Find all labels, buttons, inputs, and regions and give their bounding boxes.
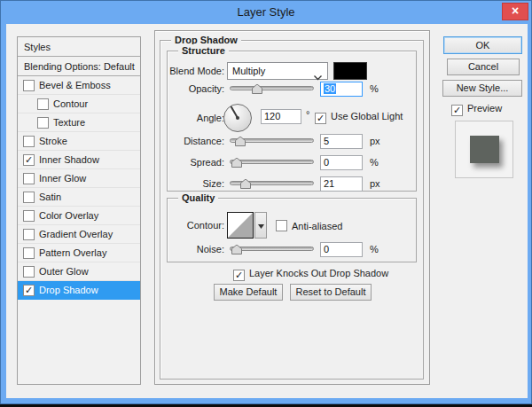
blend-mode-label: Blend Mode: bbox=[130, 66, 224, 76]
opacity-unit: % bbox=[370, 83, 379, 94]
checkbox-icon[interactable] bbox=[23, 80, 35, 91]
shadow-color-swatch[interactable] bbox=[333, 62, 367, 80]
opacity-input[interactable]: 30 bbox=[320, 82, 363, 97]
noise-value: 0 bbox=[324, 244, 329, 254]
spread-input[interactable]: 0 bbox=[320, 155, 363, 170]
sidebar-item-inner-glow[interactable]: Inner Glow bbox=[18, 169, 140, 188]
sidebar-item-label: Color Overlay bbox=[39, 210, 98, 221]
checkbox-icon[interactable] bbox=[23, 192, 35, 203]
noise-unit: % bbox=[370, 244, 379, 254]
styles-header: Styles bbox=[18, 37, 140, 57]
checkbox-icon[interactable] bbox=[23, 210, 35, 222]
preview-checkbox[interactable]: Preview bbox=[451, 103, 502, 114]
sidebar-item-pattern-overlay[interactable]: Pattern Overlay bbox=[18, 244, 140, 262]
title-bar[interactable]: Layer Style × bbox=[1, 1, 531, 24]
distance-slider-thumb bbox=[235, 137, 246, 146]
sidebar-item-label: Texture bbox=[53, 117, 85, 128]
sidebar-item-blending-options[interactable]: Blending Options: Default bbox=[18, 57, 140, 76]
spread-slider[interactable] bbox=[230, 160, 314, 164]
ok-button[interactable]: OK bbox=[443, 36, 522, 54]
angle-dial[interactable] bbox=[223, 103, 253, 133]
style-preview-swatch bbox=[455, 121, 513, 178]
layer-knocks-out-label: Layer Knocks Out Drop Shadow bbox=[249, 268, 388, 278]
dialog-content: Styles Blending Options: Default Bevel &… bbox=[6, 24, 528, 398]
opacity-label: Opacity: bbox=[130, 83, 224, 94]
sidebar-item-drop-shadow[interactable]: Drop Shadow bbox=[18, 281, 140, 300]
close-icon: × bbox=[512, 4, 519, 18]
contour-thumbnail[interactable] bbox=[227, 212, 254, 239]
sidebar-item-texture[interactable]: Texture bbox=[18, 113, 140, 132]
chevron-down-icon bbox=[258, 224, 264, 229]
layer-knocks-out-checkbox[interactable]: Layer Knocks Out Drop Shadow bbox=[233, 268, 388, 279]
sidebar-item-stroke[interactable]: Stroke bbox=[18, 132, 140, 151]
opacity-slider[interactable] bbox=[230, 86, 314, 90]
size-slider-thumb bbox=[240, 179, 251, 189]
sidebar-item-label: Drop Shadow bbox=[39, 285, 98, 295]
sidebar-item-satin[interactable]: Satin bbox=[18, 188, 140, 207]
sidebar-item-gradient-overlay[interactable]: Gradient Overlay bbox=[18, 225, 140, 244]
use-global-light-checkbox[interactable]: Use Global Light bbox=[315, 111, 403, 122]
spread-slider-thumb bbox=[231, 158, 242, 168]
sidebar-item-contour[interactable]: Contour bbox=[18, 95, 140, 113]
anti-aliased-checkbox[interactable]: Anti-aliased bbox=[276, 218, 342, 231]
size-slider[interactable] bbox=[230, 181, 314, 185]
spread-label: Spread: bbox=[130, 157, 224, 168]
checkbox-icon bbox=[276, 220, 287, 231]
checkbox-icon[interactable] bbox=[37, 98, 49, 110]
opacity-value: 30 bbox=[324, 83, 336, 94]
use-global-light-label: Use Global Light bbox=[331, 111, 403, 121]
noise-label: Noise: bbox=[130, 244, 224, 254]
noise-input[interactable]: 0 bbox=[320, 242, 363, 257]
contour-picker-arrow[interactable] bbox=[254, 212, 267, 239]
cancel-button[interactable]: Cancel bbox=[447, 59, 520, 75]
checkbox-icon bbox=[315, 113, 326, 124]
size-input[interactable]: 21 bbox=[320, 176, 363, 192]
spread-unit: % bbox=[370, 157, 379, 168]
structure-group-title: Structure bbox=[178, 44, 229, 57]
sidebar-item-color-overlay[interactable]: Color Overlay bbox=[18, 207, 140, 225]
checkbox-icon[interactable] bbox=[37, 117, 49, 129]
checkbox-icon[interactable] bbox=[23, 173, 35, 184]
sidebar-item-outer-glow[interactable]: Outer Glow bbox=[18, 262, 140, 281]
anti-aliased-label: Anti-aliased bbox=[292, 221, 342, 231]
blend-mode-value: Multiply bbox=[232, 66, 265, 76]
distance-slider[interactable] bbox=[230, 138, 314, 143]
sidebar-item-label: Outer Glow bbox=[39, 266, 89, 277]
checkbox-icon[interactable] bbox=[23, 229, 35, 240]
size-label: Size: bbox=[130, 178, 224, 189]
sidebar-item-inner-shadow[interactable]: Inner Shadow bbox=[18, 151, 140, 169]
sidebar-item-label: Contour bbox=[53, 98, 88, 109]
checkbox-icon bbox=[451, 105, 463, 116]
blend-mode-select[interactable]: Multiply bbox=[227, 62, 328, 80]
noise-slider[interactable] bbox=[230, 247, 314, 251]
checkbox-icon[interactable] bbox=[23, 266, 35, 278]
close-button[interactable]: × bbox=[502, 3, 528, 20]
angle-label: Angle: bbox=[130, 113, 224, 123]
quality-group-title: Quality bbox=[178, 192, 218, 204]
make-default-button[interactable]: Make Default bbox=[214, 284, 283, 301]
sidebar-item-label: Bevel & Emboss bbox=[39, 80, 111, 90]
sidebar-item-label: Pattern Overlay bbox=[39, 247, 106, 258]
distance-unit: px bbox=[370, 136, 380, 146]
opacity-slider-thumb bbox=[252, 84, 262, 94]
checkbox-icon[interactable] bbox=[23, 136, 35, 147]
sidebar-item-label: Inner Glow bbox=[39, 173, 86, 184]
distance-label: Distance: bbox=[130, 136, 224, 146]
angle-input[interactable]: 120 bbox=[261, 109, 301, 124]
sidebar-item-label: Satin bbox=[39, 192, 61, 202]
preview-label: Preview bbox=[467, 103, 502, 113]
distance-input[interactable]: 5 bbox=[320, 134, 363, 149]
distance-value: 5 bbox=[324, 136, 329, 146]
size-value: 21 bbox=[324, 178, 334, 189]
new-style-button[interactable]: New Style... bbox=[442, 80, 522, 97]
reset-to-default-button[interactable]: Reset to Default bbox=[290, 284, 372, 301]
layer-style-dialog: Layer Style × Styles Blending Options: D… bbox=[0, 0, 532, 404]
dialog-title: Layer Style bbox=[1, 1, 531, 23]
checkbox-icon bbox=[233, 270, 245, 281]
preview-shadow-square bbox=[470, 136, 499, 163]
sidebar-item-label: Stroke bbox=[39, 136, 67, 146]
checkbox-icon[interactable] bbox=[23, 285, 35, 296]
checkbox-icon[interactable] bbox=[23, 154, 35, 166]
sidebar-item-bevel-emboss[interactable]: Bevel & Emboss bbox=[18, 76, 140, 95]
checkbox-icon[interactable] bbox=[23, 247, 35, 259]
